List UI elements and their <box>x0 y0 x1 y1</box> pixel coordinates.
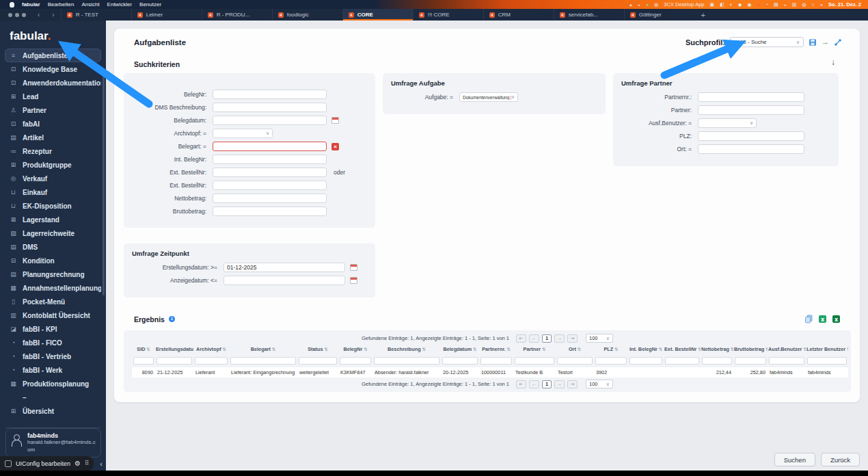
form-input[interactable] <box>698 92 804 102</box>
link-search-profile-icon[interactable] <box>834 38 842 47</box>
sort-icon[interactable]: ⇅ <box>506 347 511 352</box>
form-select[interactable]: ∨ <box>698 118 757 128</box>
column-header[interactable]: Ausf.Benutzer ⇅ <box>768 345 806 354</box>
column-header[interactable]: Ort ⇅ <box>556 345 594 354</box>
sidebar-item-dms[interactable]: ▤DMS <box>5 240 101 254</box>
keyboard-icon[interactable]: ▤ <box>774 2 778 7</box>
status-icon-b1[interactable]: ▣ <box>710 2 715 7</box>
menubar-menu[interactable]: Ansicht <box>81 1 99 8</box>
status-icon-b2[interactable]: ◧ <box>720 2 724 7</box>
new-tab-button[interactable]: + <box>694 9 712 21</box>
menubar-menu[interactable]: Entwickler <box>107 1 132 8</box>
form-input[interactable] <box>698 105 804 115</box>
column-header[interactable]: Bruttobetrag ⇅ <box>733 345 768 354</box>
user-card[interactable]: fab4minds harald.falkner@fab4minds.com <box>5 428 101 458</box>
battery-icon-2[interactable]: ▥ <box>792 2 797 7</box>
sort-icon[interactable]: ⇅ <box>576 347 581 352</box>
menubar-menu[interactable]: fabular <box>22 1 40 8</box>
sidebar-item-verkauf[interactable]: ◎Verkauf <box>5 172 101 185</box>
save-search-profile-icon[interactable] <box>809 38 817 47</box>
status-icon-b7[interactable]: ◔ <box>765 2 768 7</box>
sort-icon[interactable]: ⇅ <box>145 347 150 352</box>
siri-icon[interactable]: ● <box>820 2 823 7</box>
sort-icon[interactable]: ⇅ <box>362 347 367 352</box>
sort-icon[interactable]: ⇅ <box>764 347 768 352</box>
browser-tab[interactable]: 4CRM <box>483 9 554 21</box>
sort-icon[interactable]: ⇅ <box>845 347 848 352</box>
form-input[interactable] <box>213 103 327 112</box>
sort-icon[interactable]: ⇅ <box>657 347 662 352</box>
sort-icon[interactable]: ⇅ <box>802 347 806 352</box>
form-input[interactable] <box>223 263 345 272</box>
sidebar-item-pocket-men-[interactable]: ▯Pocket-Menü <box>5 295 101 308</box>
uiconfig-checkbox[interactable] <box>5 460 12 467</box>
form-input[interactable] <box>698 144 804 154</box>
form-input[interactable] <box>213 142 327 151</box>
column-filter-input[interactable] <box>515 357 554 365</box>
browser-tab[interactable]: 4R - TEST <box>61 9 131 21</box>
minimize-button[interactable] <box>15 13 19 17</box>
menubar-menu[interactable]: Bearbeiten <box>48 1 74 8</box>
sidebar-item-aufgabenliste[interactable]: ≡Aufgabenliste <box>5 49 101 62</box>
sort-icon[interactable]: ⇅ <box>729 347 733 352</box>
column-filter-input[interactable] <box>629 357 662 365</box>
form-input[interactable] <box>213 168 327 177</box>
form-input[interactable] <box>213 116 327 125</box>
column-filter-input[interactable] <box>133 357 154 365</box>
column-header[interactable]: BelegNr ⇅ <box>338 345 372 354</box>
sort-icon[interactable]: ⇅ <box>541 347 545 352</box>
calendar-icon[interactable] <box>331 117 339 124</box>
sidebar-item-produktgruppe[interactable]: ⊞Produktgruppe <box>5 158 101 172</box>
screen-record-icon[interactable]: ● <box>757 2 760 7</box>
gear-icon[interactable]: ⚙ <box>74 460 81 467</box>
sidebar-item--bersicht[interactable]: ⊞Übersicht <box>5 404 101 418</box>
status-icon-a1[interactable]: ▴ <box>629 2 632 7</box>
browser-tab[interactable]: 4foodlogic <box>272 9 342 21</box>
status-icon-b4[interactable]: ◆ <box>738 2 742 7</box>
sidebar-item-knowledge-base[interactable]: ⊡Knowledge Base <box>5 62 101 76</box>
browser-tab[interactable]: 4Leimer <box>131 9 202 21</box>
column-filter-input[interactable] <box>340 357 371 365</box>
column-header[interactable]: Partner ⇅ <box>513 345 556 354</box>
sidebar-item-fabbi-werk[interactable]: ◔fabBI - Werk <box>5 363 101 377</box>
column-filter-input[interactable] <box>807 357 847 365</box>
zurueck-button[interactable]: Zurück <box>821 453 860 466</box>
column-header[interactable]: Letzter Benutzer ⇅ <box>806 345 848 354</box>
menubar-clock[interactable]: So. 21. Dez. 2 <box>828 1 861 8</box>
last-page-button[interactable]: ⇥ <box>567 380 578 388</box>
menubar-status-text[interactable]: 3CX Desktop App <box>664 1 704 8</box>
sidebar-scrollbar[interactable] <box>103 70 105 295</box>
first-page-button[interactable]: ⇤ <box>516 334 526 343</box>
column-filter-input[interactable] <box>157 357 192 365</box>
form-input[interactable] <box>213 194 327 203</box>
browser-tab[interactable]: 4!!! CORE <box>413 9 483 21</box>
calendar-icon[interactable] <box>350 264 357 271</box>
prev-page-button[interactable]: ← <box>529 380 539 388</box>
column-filter-input[interactable] <box>299 357 337 365</box>
info-icon[interactable]: i <box>169 316 175 322</box>
sidebar-item--[interactable]: – <box>5 391 101 404</box>
sort-icon[interactable]: ⇅ <box>221 347 226 352</box>
sidebar-collapse-icon[interactable]: ‹ <box>100 460 103 468</box>
sidebar-item-kontoblatt-bersicht[interactable]: ▥Kontoblatt Übersicht <box>5 308 101 322</box>
last-page-button[interactable]: ⇥ <box>567 334 578 343</box>
form-input[interactable] <box>213 207 327 216</box>
column-filter-input[interactable] <box>442 357 478 365</box>
column-filter-input[interactable] <box>480 357 512 365</box>
suchen-button[interactable]: Suchen <box>774 453 815 466</box>
close-button[interactable] <box>8 13 12 17</box>
column-filter-input[interactable] <box>595 357 627 365</box>
browser-tab[interactable]: 4CORE <box>342 9 413 21</box>
sidebar-item-partner[interactable]: ♙Partner <box>5 103 101 117</box>
sort-icon[interactable]: ⇅ <box>696 347 701 352</box>
sidebar-item-einkauf[interactable]: ⊔Einkauf <box>5 185 101 199</box>
form-input[interactable] <box>223 276 345 285</box>
column-header[interactable]: Beschreibung ⇅ <box>372 345 441 354</box>
column-header[interactable]: Erstellungsdatu ⇅ <box>155 345 193 354</box>
column-header[interactable]: PLZ ⇅ <box>594 345 628 354</box>
sidebar-item-ek-disposition[interactable]: ⊔EK-Disposition <box>5 199 101 213</box>
excel-export-all-icon[interactable]: x <box>832 315 841 323</box>
column-filter-input[interactable] <box>230 357 296 365</box>
sidebar-item-anwenderdokumentation[interactable]: ⊡Anwenderdokumentation <box>5 76 101 90</box>
column-header[interactable]: Int. BelegNr ⇅ <box>628 345 664 354</box>
